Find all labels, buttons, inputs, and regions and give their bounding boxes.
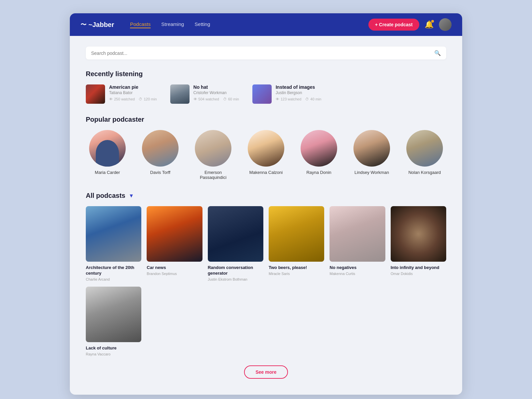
- avatar-image: [439, 18, 452, 31]
- podcaster-2[interactable]: Emerson Passaquindici: [192, 130, 235, 180]
- search-bar: 🔍: [86, 47, 446, 60]
- create-podcast-button[interactable]: + Create podcast: [368, 19, 419, 31]
- clock-icon-2: ⏱: [305, 97, 309, 101]
- podcast-thumb-6: [86, 287, 141, 342]
- recent-duration-1: ⏱ 60 min: [223, 97, 239, 101]
- podcast-title-4: No negatives: [330, 265, 385, 271]
- podcast-title-1: Car news: [147, 265, 202, 271]
- search-icon: 🔍: [434, 50, 441, 56]
- user-avatar[interactable]: [439, 18, 452, 31]
- podcaster-avatar-0: [89, 130, 126, 167]
- podcast-card-2[interactable]: Random conversation generator Justin Eks…: [208, 206, 263, 281]
- podcast-thumb-4: [330, 206, 385, 262]
- podcast-title-6: Lack of culture: [86, 345, 141, 351]
- recent-title-1: No hat: [194, 84, 239, 90]
- podcaster-6[interactable]: Nolan Korsgaard: [403, 130, 446, 180]
- nav-links: Podcasts Streaming Setting: [130, 21, 358, 28]
- podcaster-3[interactable]: Makenna Calzoni: [244, 130, 288, 180]
- bell-notification-dot: [431, 20, 434, 23]
- podcaster-1[interactable]: Davis Torff: [139, 130, 182, 180]
- popular-podcasters-title: Popular podcaster: [86, 116, 446, 123]
- app-container: 〜 ~Jabber Podcasts Streaming Setting + C…: [70, 13, 462, 395]
- podcast-card-6[interactable]: Lack of culture Rayna Vaccaro: [86, 287, 141, 356]
- podcaster-avatar-3: [248, 130, 284, 167]
- podcast-card-1[interactable]: Car news Brandon Septimus: [147, 206, 202, 281]
- nav-podcasts[interactable]: Podcasts: [130, 21, 151, 28]
- podcast-author-0: Charlie Arcand: [86, 277, 141, 281]
- podcast-thumb-0: [86, 206, 141, 262]
- recent-author-1: Cristofer Workman: [194, 90, 239, 95]
- recent-author-0: Tatiana Bator: [109, 90, 157, 95]
- podcasts-grid: Architecture of the 20th century Charlie…: [86, 206, 446, 356]
- recent-duration-0: ⏱ 120 min: [139, 97, 157, 101]
- podcaster-0[interactable]: Maria Carder: [86, 130, 129, 180]
- logo-text: ~Jabber: [88, 21, 114, 29]
- search-input[interactable]: [91, 51, 434, 56]
- podcaster-name-3: Makenna Calzoni: [249, 170, 283, 175]
- recent-info-0: American pie Tatiana Bator 👁 250 watched…: [109, 84, 157, 101]
- podcast-author-4: Makenna Curtis: [330, 272, 385, 276]
- logo-icon: 〜: [80, 21, 86, 29]
- nav-setting[interactable]: Setting: [195, 21, 210, 28]
- recent-watched-0: 👁 250 watched: [109, 97, 135, 101]
- podcast-thumb-3: [269, 206, 324, 262]
- recent-title-2: Instead of images: [276, 84, 321, 90]
- podcaster-4[interactable]: Rayna Donin: [297, 130, 340, 180]
- podcast-title-5: Into infinity and beyond: [391, 265, 446, 271]
- recently-listening-title: Recently listening: [86, 70, 446, 78]
- recent-meta-1: 👁 504 watched ⏱ 60 min: [194, 97, 239, 101]
- clock-icon-1: ⏱: [223, 97, 227, 101]
- recent-duration-2: ⏱ 40 min: [305, 97, 321, 101]
- recent-item-2[interactable]: Instead of images Justin Bergson 👁 123 w…: [252, 84, 321, 104]
- podcast-author-6: Rayna Vaccaro: [86, 352, 141, 356]
- podcast-thumb-1: [147, 206, 202, 262]
- podcast-title-3: Two beers, please!: [269, 265, 324, 271]
- podcast-card-0[interactable]: Architecture of the 20th century Charlie…: [86, 206, 141, 281]
- clock-icon-0: ⏱: [139, 97, 142, 101]
- podcaster-avatar-6: [406, 130, 443, 167]
- recent-item-1[interactable]: No hat Cristofer Workman 👁 504 watched ⏱…: [170, 84, 239, 104]
- nav-streaming[interactable]: Streaming: [161, 21, 184, 28]
- podcast-card-3[interactable]: Two beers, please! Miracle Saris: [269, 206, 324, 281]
- eye-icon-0: 👁: [109, 97, 113, 101]
- podcast-author-5: Omar Dokidis: [391, 272, 446, 276]
- podcaster-name-5: Lindsey Workman: [354, 170, 389, 175]
- recent-watched-1: 👁 504 watched: [194, 97, 219, 101]
- all-podcasts-title: All podcasts: [86, 192, 125, 200]
- podcaster-5[interactable]: Lindsey Workman: [350, 130, 393, 180]
- podcast-author-1: Brandon Septimus: [147, 272, 202, 276]
- podcaster-name-1: Davis Torff: [150, 170, 171, 175]
- podcaster-name-0: Maria Carder: [95, 170, 120, 175]
- recent-thumb-0: [86, 84, 105, 104]
- app-logo[interactable]: 〜 ~Jabber: [80, 21, 114, 29]
- podcaster-avatar-1: [142, 130, 179, 167]
- podcast-thumb-2: [208, 206, 263, 262]
- recent-meta-0: 👁 250 watched ⏱ 120 min: [109, 97, 157, 101]
- recent-watched-2: 👁 123 watched: [276, 97, 301, 101]
- podcast-card-5[interactable]: Into infinity and beyond Omar Dokidis: [391, 206, 446, 281]
- podcasters-grid: Maria Carder Davis Torff Emerson Passaqu…: [86, 130, 446, 180]
- recently-listening-section: Recently listening American pie Tatiana …: [86, 70, 446, 104]
- podcast-card-4[interactable]: No negatives Makenna Curtis: [330, 206, 385, 281]
- eye-icon-2: 👁: [276, 97, 279, 101]
- podcast-thumb-5: [391, 206, 446, 262]
- recent-item-0[interactable]: American pie Tatiana Bator 👁 250 watched…: [86, 84, 157, 104]
- navbar-right: + Create podcast 🔔: [368, 18, 452, 31]
- podcast-title-2: Random conversation generator: [208, 265, 263, 276]
- recent-info-2: Instead of images Justin Bergson 👁 123 w…: [276, 84, 321, 101]
- podcaster-name-2: Emerson Passaquindici: [192, 170, 235, 180]
- popular-podcasters-section: Popular podcaster Maria Carder Davis Tor…: [86, 116, 446, 180]
- eye-icon-1: 👁: [194, 97, 197, 101]
- bell-icon[interactable]: 🔔: [425, 20, 434, 29]
- filter-icon[interactable]: ▼: [129, 193, 134, 199]
- see-more-button[interactable]: See more: [244, 365, 288, 379]
- recent-thumb-2: [252, 84, 272, 104]
- podcast-title-0: Architecture of the 20th century: [86, 265, 141, 276]
- recent-thumb-1: [170, 84, 190, 104]
- recent-title-0: American pie: [109, 84, 157, 90]
- navbar: 〜 ~Jabber Podcasts Streaming Setting + C…: [70, 13, 462, 36]
- podcast-author-2: Justin Ekstrom Bothman: [208, 277, 263, 281]
- podcaster-name-6: Nolan Korsgaard: [408, 170, 441, 175]
- recent-info-1: No hat Cristofer Workman 👁 504 watched ⏱…: [194, 84, 239, 101]
- recent-meta-2: 👁 123 watched ⏱ 40 min: [276, 97, 321, 101]
